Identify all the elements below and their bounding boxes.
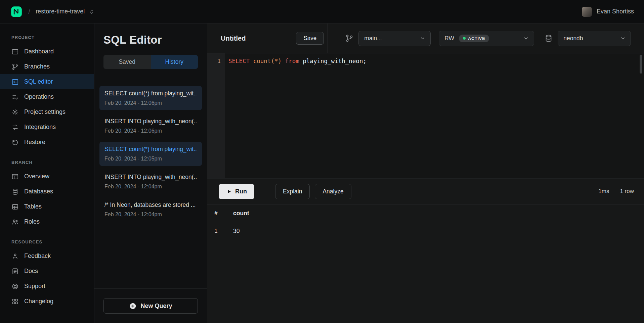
chevron-down-icon [523,35,529,41]
explain-button[interactable]: Explain [275,184,310,199]
sql-token [282,58,285,64]
count-value-cell: 30 [225,222,240,240]
chevron-down-icon [620,35,626,41]
sidebar-item-support[interactable]: Support [0,279,94,294]
sidebar-item-roles[interactable]: Roles [0,214,94,229]
sidebar-item-label: Project settings [24,108,66,116]
sidebar-item-restore[interactable]: Restore [0,135,94,150]
run-button[interactable]: Run [219,184,254,199]
sql-token: playing_with_neon; [299,58,367,64]
status-badge: ACTIVE [459,35,489,42]
support-icon [11,283,19,290]
panel-header: SQL Editor Saved History [94,24,207,73]
main-content: Untitled Save main... RW ACTIVE [207,24,644,323]
sidebar-item-label: Overview [24,173,49,180]
sidebar-item-databases[interactable]: Databases [0,184,94,199]
sidebar-item-label: Operations [24,93,54,100]
topbar-user-area: Evan Shortiss [582,7,634,17]
sidebar-item-label: Docs [24,268,38,275]
editor-gutter: 1 [207,53,225,178]
topbar: / restore-time-travel Evan Shortiss [0,0,644,24]
dashboard-icon [11,48,19,55]
sidebar-item-label: Dashboard [24,48,54,55]
tab-history[interactable]: History [151,55,198,69]
branch-select[interactable]: main... [358,31,431,46]
changelog-icon [11,298,19,305]
table-row[interactable]: 1 30 [207,222,644,240]
query-duration: 1ms [598,188,609,195]
active-dot-icon [463,37,466,40]
tab-saved[interactable]: Saved [103,55,151,69]
history-timestamp: Feb 20, 2024 - 12:06pm [104,128,197,134]
chevron-down-icon [420,35,426,41]
column-header-count: count [225,204,249,222]
row-index-cell: 1 [207,222,225,240]
new-query-button[interactable]: New Query [103,298,198,314]
sidebar-item-label: Restore [24,139,45,146]
history-timestamp: Feb 20, 2024 - 12:05pm [104,156,197,162]
sql-token: (*) [271,58,282,64]
sidebar-item-label: SQL editor [24,78,53,85]
saved-history-tabs: Saved History [103,55,198,69]
branch-icon [345,34,354,43]
overview-icon [11,173,19,180]
integrations-icon [11,124,19,131]
sidebar-item-feedback[interactable]: Feedback [0,248,94,264]
sidebar-item-branches[interactable]: Branches [0,59,94,74]
history-item[interactable]: /* In Neon, databases are stored ... Feb… [99,197,202,222]
docs-icon [11,268,19,275]
chevron-updown-icon [89,9,95,15]
branch-select-value: main... [364,35,382,42]
sidebar-item-changelog[interactable]: Changelog [0,294,94,309]
compute-select[interactable]: RW ACTIVE [439,31,534,46]
sidebar-item-overview[interactable]: Overview [0,169,94,184]
sidebar-item-dashboard[interactable]: Dashboard [0,44,94,59]
project-selector[interactable]: restore-time-travel [36,8,95,15]
sql-token: count [253,58,271,64]
history-query: INSERT INTO playing_with_neon(... [104,174,197,181]
actions-row: Run Explain Analyze 1ms 1 row [207,179,644,204]
body-row: PROJECT Dashboard Branches SQL editor Op… [0,24,644,323]
sidebar-item-label: Changelog [24,298,53,305]
sql-code-input[interactable]: SELECT count(*) from playing_with_neon; [225,53,644,178]
databases-icon [11,188,19,195]
sql-editor-icon [11,78,19,86]
sidebar-item-project-settings[interactable]: Project settings [0,104,94,120]
sql-token: from [285,58,299,64]
sidebar-item-label: Tables [24,203,42,210]
save-button[interactable]: Save [296,32,324,45]
sidebar-item-integrations[interactable]: Integrations [0,120,94,135]
sidebar-item-docs[interactable]: Docs [0,264,94,279]
history-item[interactable]: INSERT INTO playing_with_neon(... Feb 20… [99,170,202,194]
sidebar-item-sql-editor[interactable]: SQL editor [0,74,94,89]
user-avatar[interactable] [582,7,592,17]
neon-console: / restore-time-travel Evan Shortiss PROJ… [0,0,644,323]
user-name: Evan Shortiss [597,8,634,15]
neon-logo-icon[interactable] [11,6,22,17]
results-table: # count 1 30 [207,204,644,323]
analyze-button[interactable]: Analyze [315,184,351,199]
history-item[interactable]: INSERT INTO playing_with_neon(... Feb 20… [99,114,202,138]
section-label: PROJECT [0,35,94,40]
database-select[interactable]: neondb [558,31,631,46]
sidebar-item-label: Databases [24,188,53,195]
sql-token: SELECT [228,58,250,64]
history-item[interactable]: SELECT count(*) from playing_wit... Feb … [99,86,202,110]
query-header: Untitled Save main... RW ACTIVE [207,24,644,53]
sidebar-item-label: Integrations [24,124,56,131]
query-stats: 1ms 1 row [598,188,634,195]
tables-icon [11,203,19,211]
sql-editor-panel: SQL Editor Saved History SELECT count(*)… [94,24,207,323]
sidebar-item-operations[interactable]: Operations [0,89,94,104]
panel-footer: New Query [94,288,207,323]
play-icon [226,189,232,194]
sidebar-section-branch: BRANCH Overview Databases Tables Roles [0,160,94,229]
new-query-label: New Query [140,303,172,310]
history-query: SELECT count(*) from playing_wit... [104,90,197,97]
sidebar-item-tables[interactable]: Tables [0,199,94,214]
history-item-selected[interactable]: SELECT count(*) from playing_wit... Feb … [99,142,202,166]
restore-icon [11,139,19,146]
plus-circle-icon [129,302,137,310]
editor-scrollbar[interactable] [640,55,642,74]
query-rowcount: 1 row [620,188,634,195]
